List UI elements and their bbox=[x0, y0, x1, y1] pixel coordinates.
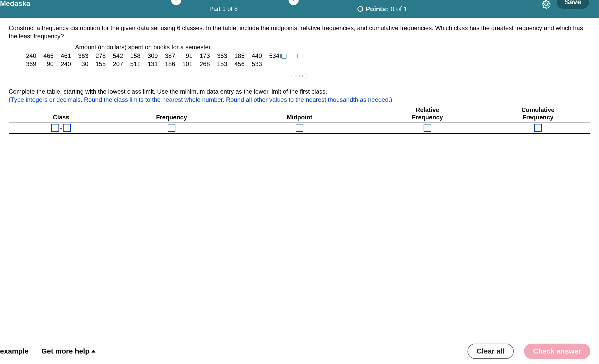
data-value: 387 bbox=[158, 52, 175, 60]
data-value: 153 bbox=[210, 60, 227, 68]
footer-right: Clear all Check answer bbox=[468, 344, 590, 359]
save-button[interactable]: Save bbox=[557, 0, 589, 9]
data-value: 542 bbox=[106, 52, 123, 60]
cell-frequency bbox=[113, 122, 230, 133]
cell-cumulative-frequency bbox=[486, 122, 590, 133]
instruction-text: Complete the table, starting with the lo… bbox=[9, 87, 590, 104]
data-value: 456 bbox=[227, 60, 245, 68]
header-relative-bot: Frequency bbox=[412, 114, 443, 121]
data-value: 465 bbox=[36, 52, 54, 60]
section-divider: • • • bbox=[9, 76, 590, 76]
points-value: 0 of 1 bbox=[391, 5, 407, 13]
data-value: 278 bbox=[88, 52, 106, 60]
data-value: 534 bbox=[262, 52, 279, 60]
data-value: 363 bbox=[210, 52, 227, 60]
clear-all-button[interactable]: Clear all bbox=[468, 344, 514, 359]
footer-left: example Get more help bbox=[9, 347, 95, 355]
help-label: Get more help bbox=[41, 347, 89, 355]
data-value: 155 bbox=[88, 60, 106, 68]
footer-bar: example Get more help Clear all Check an… bbox=[0, 344, 599, 359]
header-cumulative-top: Cumulative bbox=[521, 106, 554, 114]
data-value: 268 bbox=[193, 60, 210, 68]
cell-midpoint bbox=[230, 122, 369, 133]
class-lower-input[interactable] bbox=[51, 124, 59, 132]
points-label: Points: bbox=[366, 5, 388, 13]
cell-relative-frequency bbox=[369, 122, 486, 133]
data-value: 309 bbox=[140, 52, 158, 60]
data-row-1: 2404654613632785421583093879117336318544… bbox=[19, 52, 590, 60]
next-button[interactable]: › bbox=[289, 0, 299, 5]
data-value: 440 bbox=[245, 52, 262, 60]
header-cumulative-bot: Frequency bbox=[521, 114, 554, 121]
data-value: 173 bbox=[193, 52, 210, 60]
data-value: 363 bbox=[71, 52, 88, 60]
check-answer-button[interactable]: Check answer bbox=[524, 344, 590, 359]
data-value: 461 bbox=[54, 52, 71, 60]
table-header-row: Class Frequency Midpoint Relative Freque… bbox=[9, 105, 590, 122]
data-value: 90 bbox=[36, 60, 54, 68]
copy-icon[interactable] bbox=[280, 54, 298, 58]
dash-separator: - bbox=[60, 124, 62, 131]
data-value: 240 bbox=[19, 52, 36, 60]
top-bar: Medaska ‹ Part 1 of 8 › Points: 0 of 1 S… bbox=[0, 0, 599, 18]
header-relative-top: Relative bbox=[412, 106, 443, 114]
settings-button[interactable] bbox=[542, 0, 550, 10]
midpoint-input[interactable] bbox=[296, 124, 303, 132]
prev-button[interactable]: ‹ bbox=[171, 0, 181, 5]
header-midpoint: Midpoint bbox=[230, 105, 369, 122]
table-row: - bbox=[9, 122, 590, 134]
data-value: 101 bbox=[175, 60, 193, 68]
points-circle-icon bbox=[357, 6, 363, 12]
question-text: Construct a frequency distribution for t… bbox=[9, 24, 590, 41]
relative-frequency-input[interactable] bbox=[424, 124, 431, 132]
data-value: 30 bbox=[71, 60, 88, 68]
data-value: 186 bbox=[158, 60, 175, 68]
frequency-input[interactable] bbox=[168, 124, 175, 132]
chevron-right-icon: › bbox=[293, 0, 294, 3]
header-class: Class bbox=[9, 105, 113, 122]
header-frequency: Frequency bbox=[113, 105, 230, 122]
data-value: 369 bbox=[19, 60, 36, 68]
instruction-line2: (Type integers or decimals. Round the cl… bbox=[9, 96, 392, 103]
cell-class: - bbox=[9, 122, 113, 133]
data-values: 2404654613632785421583093879117336318544… bbox=[19, 52, 590, 68]
data-value: 131 bbox=[140, 60, 158, 68]
get-more-help-button[interactable]: Get more help bbox=[41, 347, 95, 355]
data-value: 207 bbox=[106, 60, 123, 68]
part-label: Part 1 of 8 bbox=[209, 5, 238, 12]
data-value: 91 bbox=[175, 52, 193, 60]
expand-button[interactable]: • • • bbox=[292, 73, 307, 79]
data-title: Amount (in dollars) spent on books for a… bbox=[75, 44, 590, 51]
header-cumulative-frequency: Cumulative Frequency bbox=[486, 105, 590, 122]
content-area: Construct a frequency distribution for t… bbox=[0, 18, 599, 140]
ellipsis-icon: • • • bbox=[295, 74, 304, 78]
data-value: 185 bbox=[227, 52, 245, 60]
frequency-table: Class Frequency Midpoint Relative Freque… bbox=[9, 105, 590, 134]
gear-icon bbox=[542, 0, 550, 9]
data-value: 240 bbox=[54, 60, 71, 68]
brand-label: Medaska bbox=[0, 0, 30, 7]
caret-up-icon bbox=[91, 350, 95, 353]
data-row-2: 3699024030155207511131186101268153456533 bbox=[19, 60, 590, 68]
header-relative-frequency: Relative Frequency bbox=[369, 105, 486, 122]
data-value: 511 bbox=[123, 60, 140, 68]
example-link[interactable]: example bbox=[0, 347, 29, 355]
cumulative-frequency-input[interactable] bbox=[534, 124, 542, 132]
data-value: 158 bbox=[123, 52, 140, 60]
chevron-left-icon: ‹ bbox=[175, 0, 177, 3]
class-upper-input[interactable] bbox=[63, 124, 71, 132]
instruction-line1: Complete the table, starting with the lo… bbox=[9, 88, 327, 95]
points-display: Points: 0 of 1 bbox=[357, 5, 407, 13]
data-value: 533 bbox=[245, 60, 262, 68]
